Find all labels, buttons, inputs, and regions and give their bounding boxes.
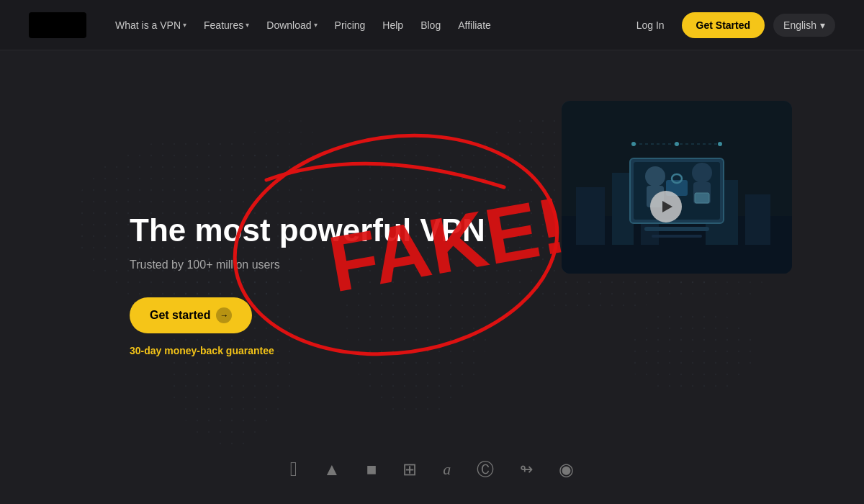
navbar: What is a VPN ▾ Features ▾ Download ▾ Pr…	[0, 0, 864, 50]
svg-rect-15	[745, 194, 770, 245]
cta-arrow-icon: →	[216, 307, 232, 323]
guarantee-text: money-back guarantee	[164, 345, 274, 356]
svg-rect-22	[695, 193, 709, 203]
nav-item-features[interactable]: Features ▾	[197, 15, 256, 35]
svg-point-18	[645, 166, 665, 186]
hero-content: The most powerful VPN Trusted by 100+ mi…	[0, 198, 485, 357]
language-chevron: ▾	[820, 19, 825, 31]
windows-icon[interactable]: ⊞	[402, 459, 417, 480]
nav-label-pricing: Pricing	[335, 19, 366, 31]
nav-right: Log In Get Started English ▾	[628, 12, 835, 38]
nav-item-what-is-vpn[interactable]: What is a VPN ▾	[108, 15, 194, 35]
illustration-svg	[562, 101, 792, 274]
video-illustration	[562, 101, 792, 274]
get-started-nav-button[interactable]: Get Started	[682, 12, 765, 38]
play-icon	[662, 201, 672, 212]
login-button[interactable]: Log In	[628, 15, 673, 35]
nav-item-download[interactable]: Download ▾	[259, 15, 324, 35]
nav-links: What is a VPN ▾ Features ▾ Download ▾ Pr…	[108, 15, 628, 35]
hero-subtitle: Trusted by 100+ million users	[130, 258, 485, 271]
nav-label-download: Download	[266, 19, 311, 31]
chevron-down-icon: ▾	[183, 21, 186, 29]
windows-store-icon[interactable]: ■	[366, 459, 377, 480]
chevron-down-icon: ▾	[314, 21, 318, 29]
svg-point-27	[675, 142, 679, 146]
apple-icon[interactable]: 	[290, 458, 297, 481]
router-icon[interactable]: ↬	[520, 460, 533, 479]
nav-item-pricing[interactable]: Pricing	[328, 15, 373, 35]
chevron-down-icon: ▾	[246, 21, 249, 29]
nav-label-blog: Blog	[420, 19, 441, 31]
language-selector[interactable]: English ▾	[773, 14, 835, 37]
amazon-icon[interactable]: a	[443, 460, 451, 479]
nav-label-features: Features	[204, 19, 243, 31]
hero-cta-button[interactable]: Get started →	[130, 297, 252, 333]
nav-item-help[interactable]: Help	[375, 15, 410, 35]
nav-item-affiliate[interactable]: Affiliate	[451, 15, 498, 35]
android-icon[interactable]: ▲	[323, 459, 341, 480]
hero-guarantee: 30-day money-back guarantee	[130, 345, 485, 356]
hero-section: The most powerful VPN Trusted by 100+ mi…	[0, 50, 864, 504]
nav-label-affiliate: Affiliate	[458, 19, 491, 31]
svg-point-26	[631, 142, 636, 146]
hero-cta-label: Get started	[150, 309, 210, 322]
svg-point-7	[245, 115, 317, 173]
svg-point-20	[692, 163, 712, 183]
svg-point-28	[718, 142, 722, 146]
play-button[interactable]	[650, 191, 682, 222]
language-label: English	[783, 19, 816, 31]
nav-item-blog[interactable]: Blog	[413, 15, 448, 35]
svg-rect-11	[576, 187, 605, 245]
linux-icon[interactable]: Ⓒ	[477, 458, 494, 481]
logo[interactable]	[29, 12, 86, 38]
hero-title: The most powerful VPN	[130, 212, 485, 249]
browser-icon[interactable]: ◉	[559, 459, 574, 480]
guarantee-days: 30-day	[130, 345, 161, 356]
svg-rect-29	[644, 227, 709, 231]
svg-point-6	[626, 310, 756, 396]
nav-label-help: Help	[382, 19, 403, 31]
svg-rect-30	[652, 235, 702, 238]
platform-icons-row:  ▲ ■ ⊞ a Ⓒ ↬ ◉	[290, 458, 575, 481]
nav-label-what-is-vpn: What is a VPN	[115, 19, 181, 31]
